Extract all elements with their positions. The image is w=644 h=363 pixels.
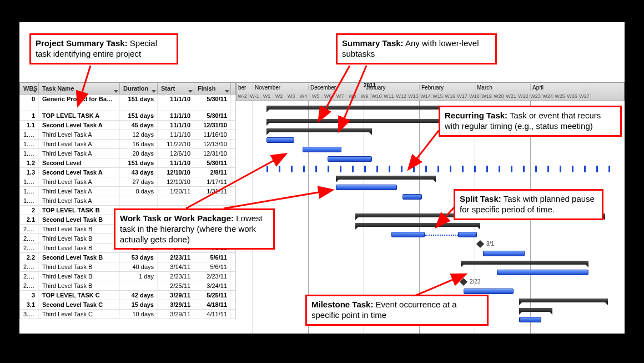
callout-split: Split Task: Task with planned pause for … bbox=[454, 189, 603, 220]
table-row[interactable]: 3TOP LEVEL TASK C42 days3/29/115/25/11 bbox=[19, 291, 236, 300]
recurring-marker bbox=[547, 166, 549, 172]
table-row[interactable]: 0Generic Project for Basic Overview151 d… bbox=[19, 95, 236, 111]
gantt-diagram: Project Summary Task: Special task ident… bbox=[19, 22, 625, 334]
table-row[interactable]: 3.1Second Level Task C15 days3/29/114/18… bbox=[19, 300, 236, 310]
task-bar[interactable] bbox=[464, 289, 514, 294]
table-row[interactable]: 1.1.3Third Level Task A20 days12/6/1012/… bbox=[19, 149, 236, 158]
recurring-marker bbox=[462, 166, 464, 172]
recurring-marker bbox=[584, 166, 586, 172]
timeline-header: berNovemberDecemberJanuaryFebruaryMarchA… bbox=[236, 82, 625, 101]
table-row[interactable]: 3.1.1Third Level Task C10 days3/29/114/1… bbox=[19, 310, 236, 319]
task-bar[interactable] bbox=[497, 270, 588, 275]
recurring-marker bbox=[474, 166, 476, 172]
table-row[interactable]: 2.2.1Third Level Task B40 days3/14/115/6… bbox=[19, 262, 236, 272]
summary-bar[interactable] bbox=[355, 223, 480, 227]
table-row[interactable]: 2.2Second Level Task B53 days2/23/115/6/… bbox=[19, 253, 236, 262]
recurring-marker bbox=[401, 166, 402, 172]
summary-bar[interactable] bbox=[519, 299, 608, 302]
table-row[interactable]: 1TOP LEVEL TASK A151 days11/1/105/30/11 bbox=[19, 111, 236, 121]
recurring-marker bbox=[266, 166, 268, 172]
table-row[interactable]: 1.1.1Third Level Task A12 days11/1/1011/… bbox=[19, 130, 236, 140]
task-bar[interactable] bbox=[328, 156, 372, 162]
recurring-marker bbox=[596, 166, 598, 172]
table-row[interactable]: 1.3Second Level Task A43 days12/10/102/8… bbox=[19, 168, 236, 177]
recurring-marker bbox=[315, 166, 317, 172]
table-row[interactable]: 1.1Second Level Task A45 days11/1/1012/3… bbox=[19, 121, 236, 130]
recurring-marker bbox=[389, 166, 390, 172]
callout-summary-task: Summary Task: Any with lower-level subta… bbox=[336, 33, 497, 64]
callout-milestone: Milestone Task: Event occurrence at a sp… bbox=[305, 295, 489, 326]
recurring-marker bbox=[437, 166, 439, 172]
summary-bar[interactable] bbox=[336, 176, 436, 180]
task-bar[interactable] bbox=[483, 251, 525, 256]
callout-project-summary: Project Summary Task: Special task ident… bbox=[29, 33, 178, 64]
task-bar[interactable] bbox=[336, 185, 397, 190]
table-row[interactable]: 1.1.2Third Level Task A16 days11/22/1012… bbox=[19, 140, 236, 149]
callout-recurring: Recurring Task: Task or event that recur… bbox=[439, 106, 622, 137]
recurring-marker bbox=[291, 166, 293, 172]
col-finish[interactable]: Finish bbox=[194, 83, 231, 94]
recurring-marker bbox=[328, 166, 329, 172]
recurring-marker bbox=[511, 166, 512, 172]
recurring-marker bbox=[279, 166, 280, 172]
summary-bar[interactable] bbox=[519, 308, 552, 312]
task-bar[interactable] bbox=[519, 317, 541, 322]
table-row[interactable]: 2.2.2Third Level Task B1 day2/23/112/23/… bbox=[19, 272, 236, 281]
recurring-marker bbox=[450, 166, 451, 172]
recurring-marker bbox=[340, 166, 341, 172]
recurring-marker bbox=[523, 166, 525, 172]
recurring-marker bbox=[425, 166, 427, 172]
summary-bar[interactable] bbox=[461, 261, 588, 265]
task-table: WBS Task Name Duration Start Finish 0Gen… bbox=[19, 82, 236, 319]
recurring-marker bbox=[560, 166, 561, 172]
task-bar[interactable] bbox=[402, 194, 422, 200]
table-row[interactable]: 1.2Second Level151 days11/1/105/30/11 bbox=[19, 158, 236, 168]
recurring-marker bbox=[303, 166, 305, 172]
recurring-marker bbox=[364, 166, 366, 172]
table-row[interactable]: 1.3.2Third Level Task A8 days1/20/111/31… bbox=[19, 187, 236, 196]
summary-bar[interactable] bbox=[266, 128, 372, 132]
table-row[interactable]: 1.3.1Third Level Task A27 days12/10/101/… bbox=[19, 177, 236, 187]
milestone-label: 3/1 bbox=[486, 241, 494, 247]
task-bar[interactable] bbox=[458, 232, 477, 237]
recurring-marker bbox=[413, 166, 415, 172]
recurring-marker bbox=[535, 166, 537, 172]
recurring-marker bbox=[608, 166, 610, 172]
recurring-marker bbox=[499, 166, 500, 172]
col-start[interactable]: Start bbox=[158, 83, 194, 94]
table-row[interactable]: 1.3.3Third Level Task A bbox=[19, 196, 236, 206]
col-taskname[interactable]: Task Name bbox=[39, 83, 120, 94]
recurring-marker bbox=[376, 166, 378, 172]
recurring-marker bbox=[572, 166, 573, 172]
table-row[interactable]: 2.2.3Third Level Task B2/25/113/24/11 bbox=[19, 281, 236, 291]
task-bar[interactable] bbox=[303, 147, 341, 152]
task-bar[interactable] bbox=[391, 232, 425, 237]
task-bar[interactable] bbox=[266, 137, 294, 143]
col-wbs[interactable]: WBS bbox=[20, 83, 39, 94]
recurring-marker bbox=[352, 166, 354, 172]
callout-work-package: Work Task or Work Package: Lowest task i… bbox=[114, 208, 275, 250]
recurring-marker bbox=[486, 166, 488, 172]
col-duration[interactable]: Duration bbox=[120, 83, 158, 94]
table-header-row: WBS Task Name Duration Start Finish bbox=[19, 82, 236, 95]
